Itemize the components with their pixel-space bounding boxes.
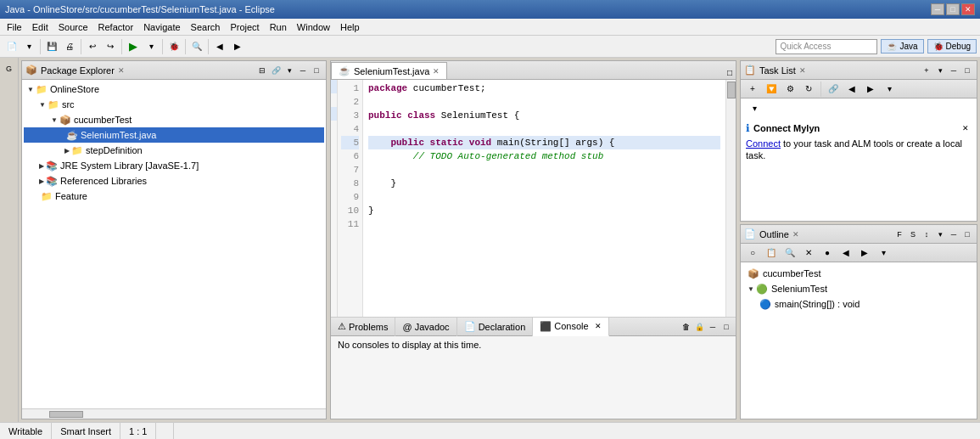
run-button[interactable]: ▶ — [125, 38, 142, 55]
menu-file[interactable]: File — [2, 20, 27, 34]
minimize-panel-button[interactable]: ─ — [297, 65, 309, 76]
outline-item-main[interactable]: 🔵 s main(String[]) : void — [744, 296, 973, 312]
tab-close-icon[interactable]: ✕ — [433, 67, 440, 76]
task-submenu-btn[interactable]: ▾ — [746, 99, 763, 116]
outline-btn4[interactable]: ✕ — [800, 245, 817, 262]
tree-item-referenced-libs[interactable]: ▶ 📚 Referenced Libraries — [24, 173, 324, 189]
maximize-button[interactable]: □ — [946, 3, 960, 15]
clear-console-button[interactable]: 🗑 — [680, 321, 692, 333]
outline-hide-fields[interactable]: F — [893, 228, 905, 240]
close-button[interactable]: ✕ — [961, 3, 975, 15]
print-button[interactable]: 🖨 — [61, 38, 78, 55]
outline-btn1[interactable]: ○ — [744, 245, 761, 262]
git-sidebar: G — [0, 58, 19, 422]
task-settings-button[interactable]: ⚙ — [781, 81, 798, 98]
code-editor[interactable]: package cucumberTest; public class Selen… — [363, 80, 725, 317]
quick-access-input[interactable]: Quick Access — [776, 39, 877, 54]
forward-button[interactable]: ▶ — [229, 38, 246, 55]
debug-button[interactable]: 🐞 — [165, 38, 182, 55]
menu-window[interactable]: Window — [292, 20, 335, 34]
menu-run[interactable]: Run — [265, 20, 292, 34]
task-link-button[interactable]: 🔗 — [825, 81, 842, 98]
outline-dropdown[interactable]: ▾ — [875, 245, 892, 262]
bottom-maximize-button[interactable]: □ — [720, 321, 732, 333]
bottom-minimize-button[interactable]: ─ — [707, 321, 719, 333]
task-refresh-button[interactable]: ↻ — [800, 81, 817, 98]
tree-item-stepdefinition[interactable]: ▶ 📁 stepDefinition — [24, 143, 324, 158]
undo-button[interactable]: ↩ — [84, 38, 101, 55]
tab-problems[interactable]: ⚠ Problems — [331, 318, 395, 336]
editor-tab-seleniumtest[interactable]: ☕ SeleniumTest.java ✕ — [331, 62, 447, 79]
connect-mylyn-close[interactable]: ✕ — [960, 122, 972, 134]
tree-item-seleniumtest[interactable]: ☕ SeleniumTest.java — [24, 127, 324, 143]
view-menu-button[interactable]: ▾ — [283, 65, 295, 76]
outline-btn7[interactable]: ▶ — [856, 245, 873, 262]
task-maximize-button[interactable]: □ — [961, 65, 973, 76]
new-task-button[interactable]: + — [921, 65, 932, 76]
back-button[interactable]: ◀ — [211, 38, 228, 55]
outline-minimize-button[interactable]: ─ — [948, 228, 960, 240]
menu-search[interactable]: Search — [186, 20, 226, 34]
scroll-lock-button[interactable]: 🔒 — [693, 321, 705, 333]
outline-hide-static[interactable]: S — [907, 228, 919, 240]
redo-button[interactable]: ↪ — [102, 38, 119, 55]
outline-btn5[interactable]: ● — [819, 245, 836, 262]
tab-console[interactable]: ⬛ Console ✕ — [533, 318, 608, 336]
tree-item-jre[interactable]: ▶ 📚 JRE System Library [JavaSE-1.7] — [24, 158, 324, 173]
connect-link[interactable]: Connect — [746, 138, 781, 149]
menu-refactor[interactable]: Refactor — [93, 20, 139, 34]
line-marker-6 — [331, 93, 337, 107]
link-editor-button[interactable]: 🔗 — [270, 65, 282, 76]
folder-icon: 📁 — [71, 145, 83, 156]
task-filter-button[interactable]: 🔽 — [763, 81, 780, 98]
minimize-button[interactable]: ─ — [931, 3, 944, 15]
java-perspective-button[interactable]: ☕ Java — [881, 39, 923, 53]
new-dropdown[interactable]: ▾ — [20, 38, 37, 55]
tree-item-feature[interactable]: 📁 Feature — [24, 189, 324, 204]
outline-btn3[interactable]: 🔍 — [781, 245, 798, 262]
outline-btn2[interactable]: 📋 — [763, 245, 780, 262]
collapse-all-button[interactable]: ⊟ — [256, 65, 268, 76]
save-button[interactable]: 💾 — [43, 38, 60, 55]
outline-menu-button[interactable]: ▾ — [934, 228, 946, 240]
tree-item-onlinestore[interactable]: ▼ 📁 OnlineStore — [24, 82, 324, 97]
maximize-panel-button[interactable]: □ — [311, 65, 322, 76]
debug-perspective-button[interactable]: 🐞 Debug — [927, 39, 977, 53]
package-explorer-scrollbar[interactable] — [22, 408, 326, 419]
line-marker-6b — [331, 107, 337, 121]
package-explorer-close-icon: ✕ — [118, 66, 125, 75]
outline-sort-button[interactable]: ↕ — [921, 228, 932, 240]
menu-help[interactable]: Help — [335, 20, 365, 34]
outline-item-seleniumtest[interactable]: ▼ 🟢 SeleniumTest — [744, 281, 973, 296]
run-dropdown[interactable]: ▾ — [143, 38, 160, 55]
menu-edit[interactable]: Edit — [27, 20, 53, 34]
console-close-icon[interactable]: ✕ — [595, 322, 602, 330]
menu-navigate[interactable]: Navigate — [138, 20, 185, 34]
task-minimize-button[interactable]: ─ — [948, 65, 960, 76]
package-explorer-header: 📦 Package Explorer ✕ ⊟ 🔗 ▾ ─ □ — [22, 61, 326, 80]
outline-maximize-button[interactable]: □ — [961, 228, 973, 240]
tab-javadoc[interactable]: @ Javadoc — [395, 318, 456, 336]
scroll-thumb-vertical[interactable] — [727, 82, 736, 98]
task-new-button[interactable]: + — [744, 81, 761, 98]
scroll-thumb[interactable] — [49, 411, 83, 418]
outline-btn6[interactable]: ◀ — [837, 245, 854, 262]
tree-item-cucumbertest[interactable]: ▼ 📦 cucumberTest — [24, 112, 324, 127]
outline-item-cucumbertest[interactable]: 📦 cucumberTest — [744, 266, 973, 281]
editor-scrollbar[interactable] — [725, 80, 736, 317]
task-menu-button[interactable]: ▾ — [934, 65, 946, 76]
task-prev-button[interactable]: ◀ — [843, 81, 860, 98]
task-next-button[interactable]: ▶ — [862, 81, 879, 98]
git-button[interactable]: G — [2, 61, 17, 76]
task-collapse-button[interactable]: ▾ — [881, 81, 898, 98]
search-button[interactable]: 🔍 — [188, 38, 205, 55]
tree-item-src[interactable]: ▼ 📁 src — [24, 97, 324, 112]
editor-maximize-button[interactable]: □ — [724, 66, 736, 79]
java-icon: ☕ — [339, 65, 350, 76]
menu-source[interactable]: Source — [53, 20, 93, 34]
package-explorer-panel: 📦 Package Explorer ✕ ⊟ 🔗 ▾ ─ □ ▼ 📁 Onlin… — [21, 60, 327, 419]
new-button[interactable]: 📄 — [3, 38, 20, 55]
menu-project[interactable]: Project — [225, 20, 264, 34]
tab-declaration[interactable]: 📄 Declaration — [457, 318, 534, 336]
editor-tab-bar: ☕ SeleniumTest.java ✕ □ — [331, 61, 736, 80]
